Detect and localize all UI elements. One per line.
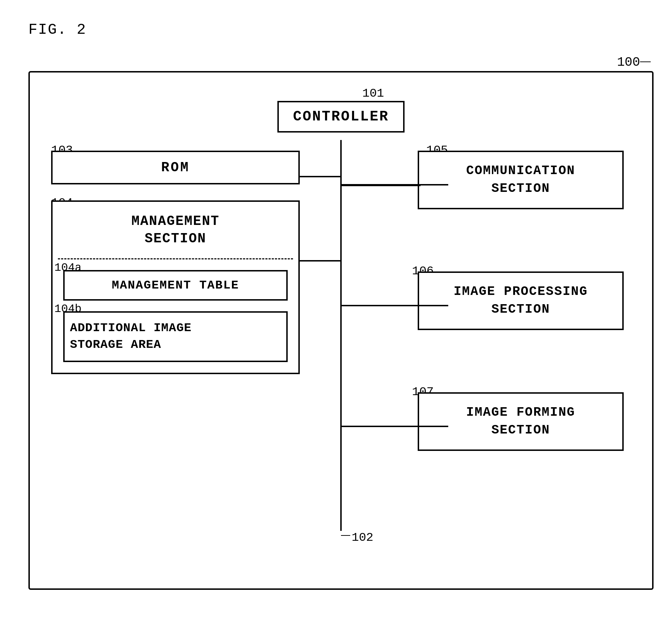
additional-storage-line1: ADDITIONAL IMAGE: [70, 321, 191, 335]
image-forming-section-box: IMAGE FORMING SECTION: [418, 392, 624, 451]
rom-box: ROM: [51, 151, 300, 184]
figure-label: FIG. 2: [28, 21, 86, 38]
rom-connector: [300, 176, 340, 177]
img-form-line1: IMAGE FORMING: [466, 405, 575, 420]
rom-label: ROM: [161, 160, 190, 175]
img-proc-line1: IMAGE PROCESSING: [454, 284, 588, 299]
ref-102: 102: [352, 531, 373, 544]
ref-104a: 104a: [54, 261, 82, 274]
communication-section-box: COMMUNICATION SECTION: [418, 151, 624, 209]
management-section-box: MANAGEMENT SECTION 104a MANAGEMENT TABLE…: [51, 200, 300, 374]
management-section-title: MANAGEMENT SECTION: [53, 202, 298, 251]
img-form-connector: [342, 426, 448, 427]
img-proc-line2: SECTION: [491, 302, 550, 317]
controller-box: CONTROLLER: [277, 101, 405, 133]
comm-line2: SECTION: [491, 181, 550, 196]
ref-100: 100: [617, 55, 640, 70]
comm-line1: COMMUNICATION: [466, 163, 575, 178]
img-proc-connector: [342, 305, 448, 306]
image-processing-section-box: IMAGE PROCESSING SECTION: [418, 271, 624, 330]
controller-label: CONTROLLER: [293, 109, 389, 125]
additional-storage-box: ADDITIONAL IMAGE STORAGE AREA: [63, 311, 288, 362]
management-table-label: MANAGEMENT TABLE: [112, 279, 239, 292]
mgmt-divider: [58, 258, 293, 259]
outer-box-100: 101 CONTROLLER 102 103 ROM 104 MANAGEMEN…: [28, 71, 654, 590]
img-form-line2: SECTION: [491, 423, 550, 437]
comm-connector-r: [342, 184, 448, 185]
mgmt-connector: [300, 260, 340, 262]
additional-storage-line2: STORAGE AREA: [70, 338, 161, 351]
bus-line: [340, 140, 342, 531]
ref-104b: 104b: [54, 302, 82, 316]
ref-101: 101: [362, 87, 384, 100]
management-table-box: MANAGEMENT TABLE: [63, 270, 288, 301]
